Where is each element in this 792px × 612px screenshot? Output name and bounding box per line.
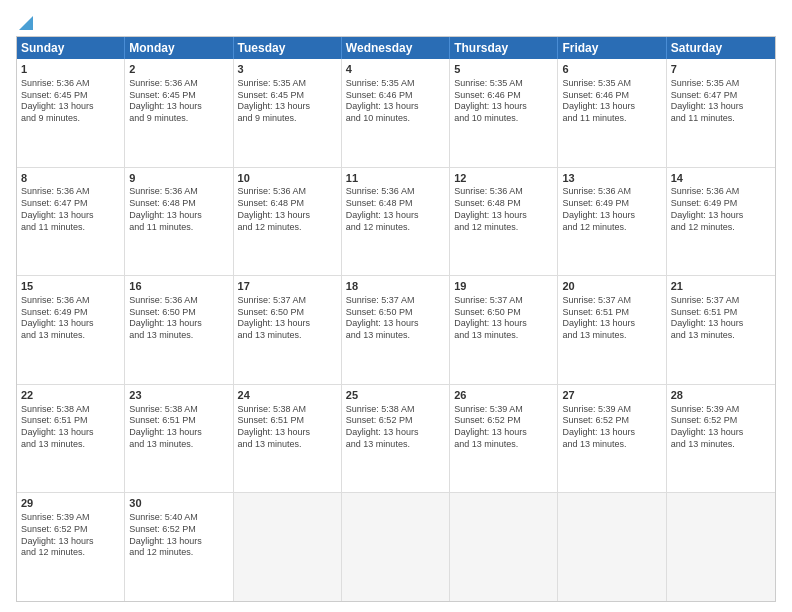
cell-info: Sunrise: 5:37 AMSunset: 6:50 PMDaylight:…: [238, 295, 337, 342]
day-number: 24: [238, 388, 337, 403]
cell-info: Sunrise: 5:37 AMSunset: 6:51 PMDaylight:…: [562, 295, 661, 342]
cell-info: Sunrise: 5:36 AMSunset: 6:49 PMDaylight:…: [562, 186, 661, 233]
page: SundayMondayTuesdayWednesdayThursdayFrid…: [0, 0, 792, 612]
day-number: 20: [562, 279, 661, 294]
calendar-cell-15: 15Sunrise: 5:36 AMSunset: 6:49 PMDayligh…: [17, 276, 125, 384]
day-number: 5: [454, 62, 553, 77]
header-day-saturday: Saturday: [667, 37, 775, 59]
calendar-cell-12: 12Sunrise: 5:36 AMSunset: 6:48 PMDayligh…: [450, 168, 558, 276]
day-number: 9: [129, 171, 228, 186]
cell-info: Sunrise: 5:35 AMSunset: 6:45 PMDaylight:…: [238, 78, 337, 125]
day-number: 29: [21, 496, 120, 511]
calendar-row-3: 15Sunrise: 5:36 AMSunset: 6:49 PMDayligh…: [17, 276, 775, 385]
calendar: SundayMondayTuesdayWednesdayThursdayFrid…: [16, 36, 776, 602]
calendar-header: SundayMondayTuesdayWednesdayThursdayFrid…: [17, 37, 775, 59]
calendar-cell-empty: [667, 493, 775, 601]
cell-info: Sunrise: 5:37 AMSunset: 6:51 PMDaylight:…: [671, 295, 771, 342]
calendar-cell-24: 24Sunrise: 5:38 AMSunset: 6:51 PMDayligh…: [234, 385, 342, 493]
cell-info: Sunrise: 5:38 AMSunset: 6:51 PMDaylight:…: [129, 404, 228, 451]
day-number: 4: [346, 62, 445, 77]
day-number: 27: [562, 388, 661, 403]
cell-info: Sunrise: 5:36 AMSunset: 6:49 PMDaylight:…: [671, 186, 771, 233]
day-number: 14: [671, 171, 771, 186]
calendar-cell-30: 30Sunrise: 5:40 AMSunset: 6:52 PMDayligh…: [125, 493, 233, 601]
calendar-row-4: 22Sunrise: 5:38 AMSunset: 6:51 PMDayligh…: [17, 385, 775, 494]
cell-info: Sunrise: 5:36 AMSunset: 6:48 PMDaylight:…: [346, 186, 445, 233]
calendar-cell-14: 14Sunrise: 5:36 AMSunset: 6:49 PMDayligh…: [667, 168, 775, 276]
calendar-cell-1: 1Sunrise: 5:36 AMSunset: 6:45 PMDaylight…: [17, 59, 125, 167]
day-number: 1: [21, 62, 120, 77]
cell-info: Sunrise: 5:38 AMSunset: 6:52 PMDaylight:…: [346, 404, 445, 451]
header-day-sunday: Sunday: [17, 37, 125, 59]
calendar-cell-18: 18Sunrise: 5:37 AMSunset: 6:50 PMDayligh…: [342, 276, 450, 384]
day-number: 26: [454, 388, 553, 403]
calendar-row-1: 1Sunrise: 5:36 AMSunset: 6:45 PMDaylight…: [17, 59, 775, 168]
cell-info: Sunrise: 5:35 AMSunset: 6:46 PMDaylight:…: [562, 78, 661, 125]
cell-info: Sunrise: 5:35 AMSunset: 6:46 PMDaylight:…: [454, 78, 553, 125]
day-number: 25: [346, 388, 445, 403]
cell-info: Sunrise: 5:37 AMSunset: 6:50 PMDaylight:…: [454, 295, 553, 342]
day-number: 7: [671, 62, 771, 77]
day-number: 10: [238, 171, 337, 186]
calendar-cell-20: 20Sunrise: 5:37 AMSunset: 6:51 PMDayligh…: [558, 276, 666, 384]
cell-info: Sunrise: 5:36 AMSunset: 6:48 PMDaylight:…: [129, 186, 228, 233]
header-day-friday: Friday: [558, 37, 666, 59]
calendar-cell-17: 17Sunrise: 5:37 AMSunset: 6:50 PMDayligh…: [234, 276, 342, 384]
calendar-cell-6: 6Sunrise: 5:35 AMSunset: 6:46 PMDaylight…: [558, 59, 666, 167]
cell-info: Sunrise: 5:35 AMSunset: 6:47 PMDaylight:…: [671, 78, 771, 125]
day-number: 12: [454, 171, 553, 186]
day-number: 19: [454, 279, 553, 294]
day-number: 23: [129, 388, 228, 403]
calendar-row-2: 8Sunrise: 5:36 AMSunset: 6:47 PMDaylight…: [17, 168, 775, 277]
day-number: 15: [21, 279, 120, 294]
cell-info: Sunrise: 5:36 AMSunset: 6:45 PMDaylight:…: [21, 78, 120, 125]
day-number: 11: [346, 171, 445, 186]
calendar-cell-9: 9Sunrise: 5:36 AMSunset: 6:48 PMDaylight…: [125, 168, 233, 276]
day-number: 3: [238, 62, 337, 77]
header: [16, 16, 776, 30]
calendar-cell-empty: [342, 493, 450, 601]
calendar-cell-23: 23Sunrise: 5:38 AMSunset: 6:51 PMDayligh…: [125, 385, 233, 493]
day-number: 8: [21, 171, 120, 186]
day-number: 6: [562, 62, 661, 77]
calendar-row-5: 29Sunrise: 5:39 AMSunset: 6:52 PMDayligh…: [17, 493, 775, 601]
day-number: 30: [129, 496, 228, 511]
calendar-cell-13: 13Sunrise: 5:36 AMSunset: 6:49 PMDayligh…: [558, 168, 666, 276]
day-number: 21: [671, 279, 771, 294]
calendar-cell-10: 10Sunrise: 5:36 AMSunset: 6:48 PMDayligh…: [234, 168, 342, 276]
cell-info: Sunrise: 5:40 AMSunset: 6:52 PMDaylight:…: [129, 512, 228, 559]
calendar-cell-4: 4Sunrise: 5:35 AMSunset: 6:46 PMDaylight…: [342, 59, 450, 167]
cell-info: Sunrise: 5:38 AMSunset: 6:51 PMDaylight:…: [238, 404, 337, 451]
day-number: 28: [671, 388, 771, 403]
header-day-thursday: Thursday: [450, 37, 558, 59]
calendar-cell-5: 5Sunrise: 5:35 AMSunset: 6:46 PMDaylight…: [450, 59, 558, 167]
cell-info: Sunrise: 5:35 AMSunset: 6:46 PMDaylight:…: [346, 78, 445, 125]
calendar-cell-28: 28Sunrise: 5:39 AMSunset: 6:52 PMDayligh…: [667, 385, 775, 493]
cell-info: Sunrise: 5:39 AMSunset: 6:52 PMDaylight:…: [21, 512, 120, 559]
cell-info: Sunrise: 5:36 AMSunset: 6:45 PMDaylight:…: [129, 78, 228, 125]
calendar-cell-3: 3Sunrise: 5:35 AMSunset: 6:45 PMDaylight…: [234, 59, 342, 167]
cell-info: Sunrise: 5:39 AMSunset: 6:52 PMDaylight:…: [562, 404, 661, 451]
calendar-cell-16: 16Sunrise: 5:36 AMSunset: 6:50 PMDayligh…: [125, 276, 233, 384]
cell-info: Sunrise: 5:37 AMSunset: 6:50 PMDaylight:…: [346, 295, 445, 342]
header-day-wednesday: Wednesday: [342, 37, 450, 59]
logo-triangle-icon: [19, 16, 33, 30]
cell-info: Sunrise: 5:36 AMSunset: 6:48 PMDaylight:…: [238, 186, 337, 233]
cell-info: Sunrise: 5:39 AMSunset: 6:52 PMDaylight:…: [454, 404, 553, 451]
calendar-cell-empty: [234, 493, 342, 601]
calendar-cell-empty: [558, 493, 666, 601]
calendar-cell-7: 7Sunrise: 5:35 AMSunset: 6:47 PMDaylight…: [667, 59, 775, 167]
calendar-cell-8: 8Sunrise: 5:36 AMSunset: 6:47 PMDaylight…: [17, 168, 125, 276]
calendar-body: 1Sunrise: 5:36 AMSunset: 6:45 PMDaylight…: [17, 59, 775, 601]
header-day-monday: Monday: [125, 37, 233, 59]
calendar-cell-29: 29Sunrise: 5:39 AMSunset: 6:52 PMDayligh…: [17, 493, 125, 601]
calendar-cell-empty: [450, 493, 558, 601]
cell-info: Sunrise: 5:38 AMSunset: 6:51 PMDaylight:…: [21, 404, 120, 451]
day-number: 13: [562, 171, 661, 186]
header-day-tuesday: Tuesday: [234, 37, 342, 59]
cell-info: Sunrise: 5:39 AMSunset: 6:52 PMDaylight:…: [671, 404, 771, 451]
day-number: 2: [129, 62, 228, 77]
calendar-cell-22: 22Sunrise: 5:38 AMSunset: 6:51 PMDayligh…: [17, 385, 125, 493]
calendar-cell-27: 27Sunrise: 5:39 AMSunset: 6:52 PMDayligh…: [558, 385, 666, 493]
day-number: 18: [346, 279, 445, 294]
